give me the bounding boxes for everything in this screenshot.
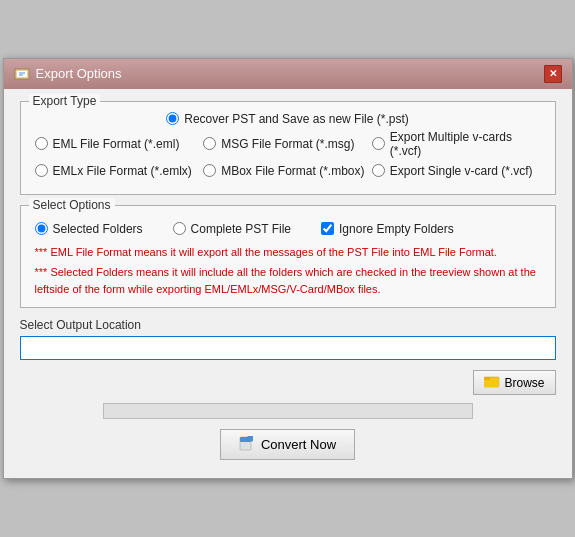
content-area: Export Type Recover PST and Save as new … [4,89,572,479]
radio-complete-pst[interactable] [173,222,186,235]
radio-msg[interactable] [203,137,216,150]
radio-msg-label: MSG File Format (*.msg) [221,137,354,151]
export-type-row-1: Recover PST and Save as new File (*.pst) [35,112,541,126]
radio-selected-folders[interactable] [35,222,48,235]
svg-rect-1 [17,71,27,77]
export-type-row-2: EML File Format (*.eml) MSG File Format … [35,130,541,158]
info-line-1: *** EML File Format means it will export… [35,244,541,261]
radio-pst-label: Recover PST and Save as new File (*.pst) [184,112,409,126]
radio-emlx-label: EMLx File Format (*.emlx) [53,164,192,178]
export-type-title: Export Type [29,94,101,108]
convert-svg-icon [239,435,255,451]
radio-item-mbox[interactable]: MBox File Format (*.mbox) [203,164,372,178]
progress-bar-container [20,403,556,419]
title-bar: Export Options ✕ [4,59,572,89]
checkbox-ignore-empty[interactable]: Ignore Empty Folders [321,222,454,236]
svg-rect-9 [248,436,253,441]
select-options-section: Select Options Selected Folders Complete… [20,205,556,309]
select-options-row: Selected Folders Complete PST File Ignor… [35,222,541,236]
radio-svcf-label: Export Single v-card (*.vcf) [390,164,533,178]
folder-svg [484,374,500,388]
info-line-2: *** Selected Folders means it will inclu… [35,264,541,297]
close-button[interactable]: ✕ [544,65,562,83]
export-options-window: Export Options ✕ Export Type Recover PST… [3,58,573,480]
radio-eml-label: EML File Format (*.eml) [53,137,180,151]
radio-eml[interactable] [35,137,48,150]
progress-bar-background [103,403,473,419]
info-text-block: *** EML File Format means it will export… [35,244,541,298]
svg-rect-6 [484,377,490,380]
radio-item-pst[interactable]: Recover PST and Save as new File (*.pst) [166,112,409,126]
radio-item-svcf[interactable]: Export Single v-card (*.vcf) [372,164,541,178]
export-type-row-3: EMLx File Format (*.emlx) MBox File Form… [35,164,541,178]
convert-now-button[interactable]: Convert Now [220,429,355,460]
svg-rect-5 [484,379,499,387]
folder-icon [484,374,500,391]
radio-pst[interactable] [166,112,179,125]
browse-row: Browse [20,370,556,395]
radio-item-msg[interactable]: MSG File Format (*.msg) [203,137,372,151]
browse-button-label: Browse [504,376,544,390]
window-title: Export Options [36,66,122,81]
title-bar-left: Export Options [14,66,122,82]
checkbox-ignore-empty-label: Ignore Empty Folders [339,222,454,236]
radio-mbox[interactable] [203,164,216,177]
output-location-label: Select Output Location [20,318,556,332]
radio-vcf-label: Export Multiple v-cards (*.vcf) [390,130,541,158]
radio-selected-folders-label: Selected Folders [53,222,143,236]
browse-button[interactable]: Browse [473,370,555,395]
app-icon [14,66,30,82]
radio-mbox-label: MBox File Format (*.mbox) [221,164,364,178]
radio-item-eml[interactable]: EML File Format (*.eml) [35,137,204,151]
radio-vcf[interactable] [372,137,385,150]
convert-icon [239,435,255,454]
radio-item-complete-pst[interactable]: Complete PST File [173,222,291,236]
output-location-section: Select Output Location [20,318,556,360]
select-options-title: Select Options [29,198,115,212]
export-type-section: Export Type Recover PST and Save as new … [20,101,556,195]
radio-emlx[interactable] [35,164,48,177]
convert-now-label: Convert Now [261,437,336,452]
radio-item-selected-folders[interactable]: Selected Folders [35,222,143,236]
radio-svcf[interactable] [372,164,385,177]
radio-item-vcf[interactable]: Export Multiple v-cards (*.vcf) [372,130,541,158]
checkbox-ignore-empty-input[interactable] [321,222,334,235]
radio-complete-pst-label: Complete PST File [191,222,291,236]
output-location-input[interactable] [20,336,556,360]
radio-item-emlx[interactable]: EMLx File Format (*.emlx) [35,164,204,178]
convert-row: Convert Now [20,429,556,460]
